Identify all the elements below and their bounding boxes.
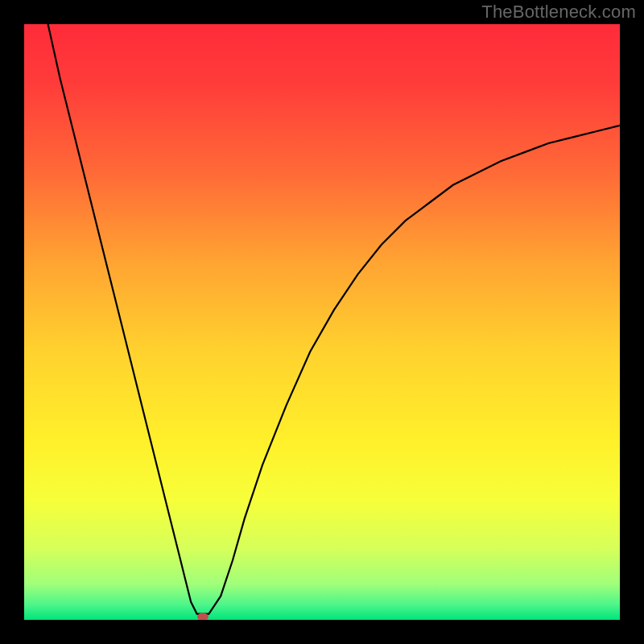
gradient-background bbox=[24, 24, 620, 620]
watermark-text: TheBottleneck.com bbox=[481, 2, 636, 23]
plot-area bbox=[24, 24, 620, 620]
chart-frame: TheBottleneck.com bbox=[0, 0, 644, 644]
chart-svg bbox=[24, 24, 620, 620]
